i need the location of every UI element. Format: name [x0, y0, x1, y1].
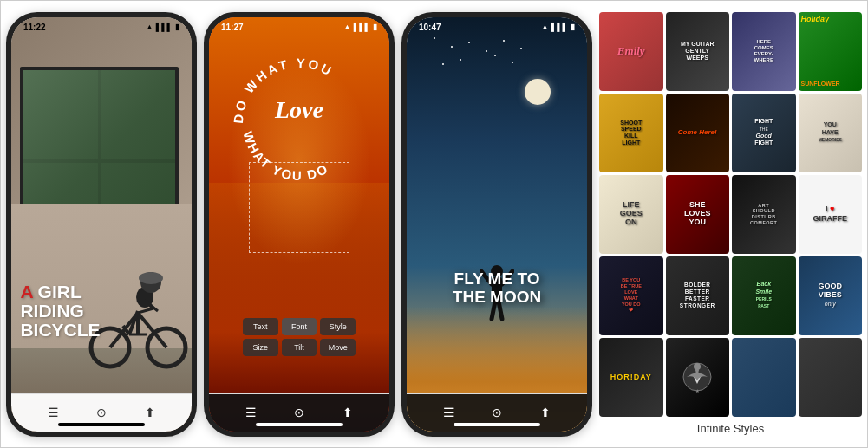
style-tile-10[interactable]: SHELOVESYOU	[666, 175, 730, 254]
svg-line-6	[138, 308, 153, 313]
phone-2-home-indicator	[256, 423, 343, 426]
battery-icon-2: ▮	[373, 23, 377, 31]
camera-icon-2[interactable]: ⊙	[294, 406, 304, 419]
tile-15-text: BackSmilePERILSPAST	[754, 279, 773, 312]
style-tile-4[interactable]: Holiday SUNFLOWER	[799, 12, 863, 91]
phone-2-screen: 11:27 ▲ ▌▌▌ ▮	[209, 17, 389, 432]
wifi-icon: ▲	[146, 23, 153, 31]
tile-3-text: HERECOMESEVERY-WHERE	[753, 37, 775, 66]
style-tile-12[interactable]: I ♥GIRAFFE	[799, 175, 863, 254]
selection-box	[249, 162, 349, 253]
style-tile-19[interactable]	[732, 338, 796, 417]
tilt-button[interactable]: Tilt	[282, 339, 317, 356]
style-tile-11[interactable]: ARTSHOULDDISTURBCOMFORT	[732, 175, 796, 254]
text-button[interactable]: Text	[243, 318, 278, 335]
battery-icon: ▮	[175, 23, 179, 31]
phone-2-status-bar: 11:27 ▲ ▌▌▌ ▮	[209, 17, 389, 34]
styles-grid: Emily MY GUITARGENTLYWEEPS HERECOMESEVER…	[599, 12, 862, 417]
share-icon-1[interactable]: ⬆	[145, 406, 155, 419]
style-tile-16[interactable]: GOODVIBESonly	[799, 256, 863, 335]
phone-3-home-indicator	[454, 423, 540, 426]
tile-1-text: Emily	[616, 42, 647, 60]
svg-text:Love: Love	[274, 96, 323, 123]
tile-17-text: HOR!DAY	[609, 371, 654, 384]
phone-3-time: 10:47	[419, 23, 441, 32]
phone-2-background: DO WHAT YOU WHAT YOU DO Love Text Font S	[209, 17, 389, 432]
wifi-icon-3: ▲	[541, 23, 549, 31]
phone-3-screen: 10:47 ▲ ▌▌▌ ▮	[407, 17, 587, 432]
style-button[interactable]: Style	[320, 318, 356, 335]
svg-point-24	[694, 363, 701, 370]
phone-3-status-bar: 10:47 ▲ ▌▌▌ ▮	[407, 17, 587, 34]
style-tile-14[interactable]: BOLDERBETTERFASTERSTRONGER	[666, 256, 730, 335]
phone-2-status-icons: ▲ ▌▌▌ ▮	[343, 23, 377, 31]
tile-13-text: BE YOUBE TRUELOVEWHATYOU DO❤	[619, 276, 643, 316]
size-button[interactable]: Size	[243, 339, 278, 356]
tile-7-text: FIGHTTHEGoodFIGHT	[753, 116, 774, 149]
share-icon-2[interactable]: ⬆	[343, 406, 353, 419]
battery-icon-3: ▮	[571, 23, 575, 31]
phone-2-time: 11:27	[221, 23, 244, 32]
tile-9-text: LIFEGOESON	[618, 199, 644, 229]
styles-panel-label: Infinite Styles	[599, 417, 862, 437]
svg-point-10	[139, 272, 163, 284]
style-tile-17[interactable]: HOR!DAY	[599, 338, 663, 417]
tile-4-text-sunflower: SUNFLOWER	[801, 81, 840, 87]
tile-16-text: GOODVIBESonly	[816, 281, 844, 310]
signal-icon-3: ▌▌▌	[551, 23, 568, 31]
font-button[interactable]: Font	[282, 318, 317, 335]
phone-1-home-indicator	[58, 423, 145, 426]
wifi-icon-2: ▲	[343, 23, 351, 31]
style-tile-15[interactable]: BackSmilePERILSPAST	[732, 256, 796, 335]
eagle-icon: ★	[680, 360, 715, 394]
phone-1-text: A GIRLRIDINGBICYCLE	[20, 282, 100, 340]
phone-3: 10:47 ▲ ▌▌▌ ▮	[401, 12, 592, 437]
tile-12-text: I ♥GIRAFFE	[812, 203, 850, 225]
styles-panel: Emily MY GUITARGENTLYWEEPS HERECOMESEVER…	[599, 12, 862, 437]
toolbar-row-1: Text Font Style	[243, 318, 356, 335]
phone-2-toolbar: Text Font Style Size Tilt Move	[243, 318, 356, 356]
style-tile-6[interactable]: Come Here!	[666, 94, 730, 172]
phone-1-status-bar: 11:22 ▲ ▌▌▌ ▮	[11, 17, 192, 34]
tile-8-text: YOUHAVEMEMORIES	[817, 120, 844, 145]
menu-icon-2[interactable]: ☰	[245, 406, 257, 419]
bike-silhouette	[88, 261, 188, 373]
tile-6-text: Come Here!	[676, 127, 719, 139]
style-tile-13[interactable]: BE YOUBE TRUELOVEWHATYOU DO❤	[599, 256, 663, 335]
style-tile-5[interactable]: SHOOTSPEEDKILLLIGHT	[599, 94, 663, 172]
style-tile-3[interactable]: HERECOMESEVERY-WHERE	[732, 12, 796, 91]
style-tile-7[interactable]: FIGHTTHEGoodFIGHT	[732, 94, 796, 172]
tile-14-text: BOLDERBETTERFASTERSTRONGER	[678, 280, 717, 310]
tile-10-text: SHELOVESYOU	[682, 199, 713, 229]
phone-3-text: FLY ME TOTHE MOON	[453, 270, 541, 307]
tile-2-text: MY GUITARGENTLYWEEPS	[679, 39, 716, 62]
style-tile-9[interactable]: LIFEGOESON	[599, 175, 663, 254]
phone-1-status-icons: ▲ ▌▌▌ ▮	[146, 23, 179, 31]
tile-4-text-holiday: Holiday	[801, 15, 830, 23]
app-container: 11:22 ▲ ▌▌▌ ▮	[0, 0, 868, 448]
tile-20-text	[828, 375, 832, 379]
menu-icon-3[interactable]: ☰	[443, 406, 454, 419]
phone-1-time: 11:22	[23, 23, 46, 32]
menu-icon-1[interactable]: ☰	[48, 406, 59, 419]
phone-3-status-icons: ▲ ▌▌▌ ▮	[541, 23, 575, 31]
toolbar-row-2: Size Tilt Move	[243, 339, 356, 356]
phone-2: 11:27 ▲ ▌▌▌ ▮	[204, 12, 395, 437]
style-tile-1[interactable]: Emily	[599, 12, 663, 91]
signal-icon-2: ▌▌▌	[354, 23, 370, 31]
camera-icon-3[interactable]: ⊙	[492, 406, 502, 419]
phone-1: 11:22 ▲ ▌▌▌ ▮	[6, 12, 197, 437]
tile-19-text	[762, 375, 766, 379]
tile-5-text: SHOOTSPEEDKILLLIGHT	[618, 118, 643, 148]
style-tile-18[interactable]: ★	[666, 338, 730, 417]
style-tile-2[interactable]: MY GUITARGENTLYWEEPS	[666, 12, 730, 91]
phone-1-text-a: A	[20, 282, 32, 302]
style-tile-8[interactable]: YOUHAVEMEMORIES	[799, 94, 863, 172]
style-tile-20[interactable]	[799, 338, 863, 417]
signal-icon: ▌▌▌	[156, 23, 173, 31]
phone-3-background: FLY ME TOTHE MOON	[407, 17, 587, 432]
move-button[interactable]: Move	[320, 339, 356, 356]
phone-1-background: A GIRLRIDINGBICYCLE	[11, 17, 192, 432]
camera-icon-1[interactable]: ⊙	[96, 406, 107, 419]
share-icon-3[interactable]: ⬆	[540, 406, 551, 419]
